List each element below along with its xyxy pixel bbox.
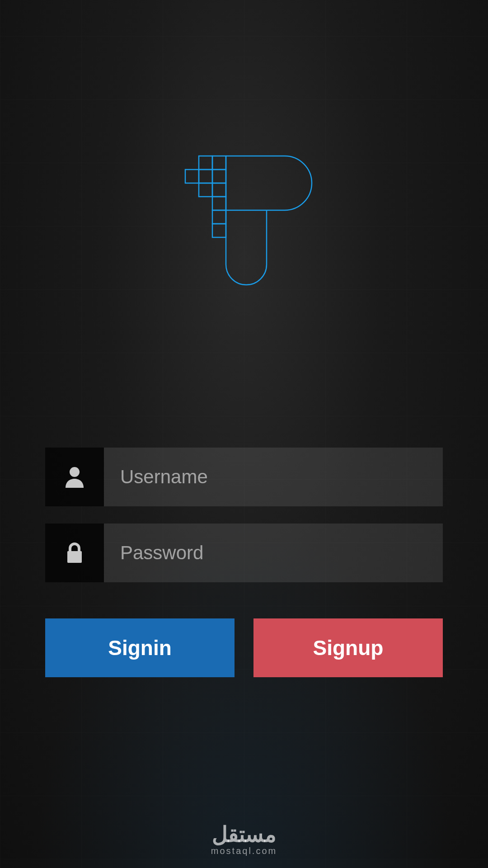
svg-rect-4 xyxy=(199,170,212,183)
logo-icon xyxy=(167,154,321,294)
signup-button[interactable]: Signup xyxy=(253,618,443,677)
username-input[interactable] xyxy=(104,448,443,506)
svg-rect-9 xyxy=(212,224,226,237)
app-logo xyxy=(167,154,321,294)
svg-rect-11 xyxy=(67,551,82,563)
svg-rect-2 xyxy=(212,170,226,183)
svg-rect-3 xyxy=(185,170,199,183)
user-icon xyxy=(45,448,104,506)
button-row: Signin Signup xyxy=(45,618,443,677)
footer-brand-en: mostaql.com xyxy=(211,846,277,855)
svg-rect-1 xyxy=(199,156,212,170)
login-screen: Signin Signup مستقل mostaql.com xyxy=(0,0,488,868)
password-field-row xyxy=(45,524,443,582)
svg-rect-8 xyxy=(212,210,226,224)
lock-icon xyxy=(45,524,104,582)
password-input[interactable] xyxy=(104,524,443,582)
footer-brand: مستقل mostaql.com xyxy=(211,824,277,855)
svg-rect-6 xyxy=(199,183,212,197)
svg-rect-0 xyxy=(212,156,226,170)
svg-point-10 xyxy=(70,467,80,477)
signin-button[interactable]: Signin xyxy=(45,618,235,677)
username-field-row xyxy=(45,448,443,506)
svg-rect-5 xyxy=(212,183,226,197)
login-form: Signin Signup xyxy=(45,448,443,677)
svg-rect-7 xyxy=(212,197,226,210)
footer-brand-ar: مستقل xyxy=(211,824,277,845)
